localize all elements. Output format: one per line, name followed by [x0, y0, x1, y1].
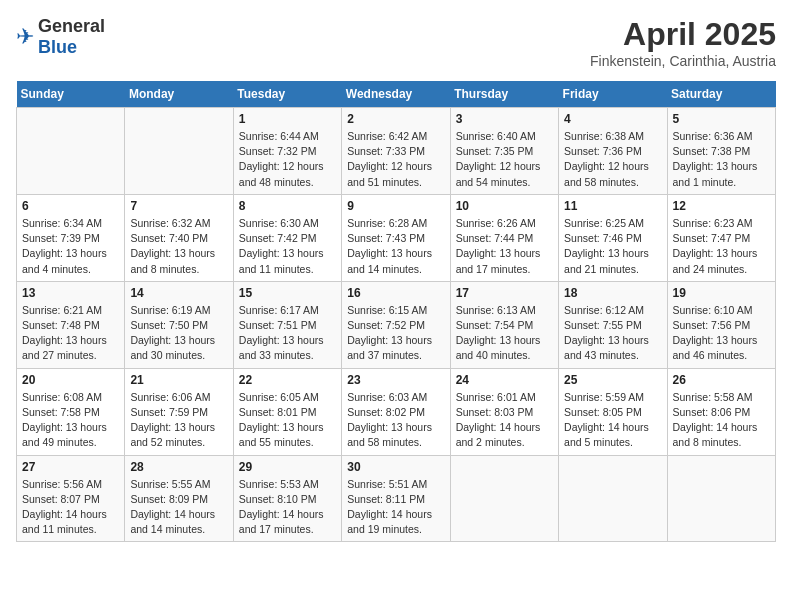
- day-info: Sunrise: 6:34 AMSunset: 7:39 PMDaylight:…: [22, 216, 119, 277]
- day-info: Sunrise: 6:17 AMSunset: 7:51 PMDaylight:…: [239, 303, 336, 364]
- day-number: 6: [22, 199, 119, 213]
- col-header-tuesday: Tuesday: [233, 81, 341, 108]
- title-area: April 2025 Finkenstein, Carinthia, Austr…: [590, 16, 776, 69]
- col-header-friday: Friday: [559, 81, 667, 108]
- day-info: Sunrise: 6:38 AMSunset: 7:36 PMDaylight:…: [564, 129, 661, 190]
- day-cell: 1Sunrise: 6:44 AMSunset: 7:32 PMDaylight…: [233, 108, 341, 195]
- header: ✈ General Blue April 2025 Finkenstein, C…: [16, 16, 776, 69]
- day-number: 15: [239, 286, 336, 300]
- day-cell: 5Sunrise: 6:36 AMSunset: 7:38 PMDaylight…: [667, 108, 775, 195]
- day-cell: 7Sunrise: 6:32 AMSunset: 7:40 PMDaylight…: [125, 194, 233, 281]
- week-row-3: 13Sunrise: 6:21 AMSunset: 7:48 PMDayligh…: [17, 281, 776, 368]
- day-info: Sunrise: 6:28 AMSunset: 7:43 PMDaylight:…: [347, 216, 444, 277]
- day-info: Sunrise: 6:21 AMSunset: 7:48 PMDaylight:…: [22, 303, 119, 364]
- day-number: 13: [22, 286, 119, 300]
- day-number: 24: [456, 373, 553, 387]
- day-cell: 10Sunrise: 6:26 AMSunset: 7:44 PMDayligh…: [450, 194, 558, 281]
- day-number: 27: [22, 460, 119, 474]
- day-number: 16: [347, 286, 444, 300]
- day-number: 21: [130, 373, 227, 387]
- day-info: Sunrise: 6:30 AMSunset: 7:42 PMDaylight:…: [239, 216, 336, 277]
- day-cell: 26Sunrise: 5:58 AMSunset: 8:06 PMDayligh…: [667, 368, 775, 455]
- day-info: Sunrise: 6:19 AMSunset: 7:50 PMDaylight:…: [130, 303, 227, 364]
- day-number: 8: [239, 199, 336, 213]
- day-cell: 19Sunrise: 6:10 AMSunset: 7:56 PMDayligh…: [667, 281, 775, 368]
- day-number: 23: [347, 373, 444, 387]
- day-cell: 17Sunrise: 6:13 AMSunset: 7:54 PMDayligh…: [450, 281, 558, 368]
- day-cell: 11Sunrise: 6:25 AMSunset: 7:46 PMDayligh…: [559, 194, 667, 281]
- col-header-monday: Monday: [125, 81, 233, 108]
- day-info: Sunrise: 6:25 AMSunset: 7:46 PMDaylight:…: [564, 216, 661, 277]
- logo-bird-icon: ✈: [16, 24, 34, 50]
- day-info: Sunrise: 6:05 AMSunset: 8:01 PMDaylight:…: [239, 390, 336, 451]
- day-info: Sunrise: 5:58 AMSunset: 8:06 PMDaylight:…: [673, 390, 770, 451]
- day-number: 5: [673, 112, 770, 126]
- day-number: 3: [456, 112, 553, 126]
- day-cell: 4Sunrise: 6:38 AMSunset: 7:36 PMDaylight…: [559, 108, 667, 195]
- logo-blue: Blue: [38, 37, 77, 57]
- col-header-sunday: Sunday: [17, 81, 125, 108]
- week-row-4: 20Sunrise: 6:08 AMSunset: 7:58 PMDayligh…: [17, 368, 776, 455]
- day-info: Sunrise: 6:36 AMSunset: 7:38 PMDaylight:…: [673, 129, 770, 190]
- day-info: Sunrise: 6:32 AMSunset: 7:40 PMDaylight:…: [130, 216, 227, 277]
- day-number: 22: [239, 373, 336, 387]
- day-cell: 15Sunrise: 6:17 AMSunset: 7:51 PMDayligh…: [233, 281, 341, 368]
- day-info: Sunrise: 5:53 AMSunset: 8:10 PMDaylight:…: [239, 477, 336, 538]
- day-cell: [17, 108, 125, 195]
- day-number: 30: [347, 460, 444, 474]
- day-cell: 20Sunrise: 6:08 AMSunset: 7:58 PMDayligh…: [17, 368, 125, 455]
- day-info: Sunrise: 5:55 AMSunset: 8:09 PMDaylight:…: [130, 477, 227, 538]
- day-info: Sunrise: 6:42 AMSunset: 7:33 PMDaylight:…: [347, 129, 444, 190]
- day-number: 18: [564, 286, 661, 300]
- calendar-table: SundayMondayTuesdayWednesdayThursdayFrid…: [16, 81, 776, 542]
- day-number: 17: [456, 286, 553, 300]
- week-row-2: 6Sunrise: 6:34 AMSunset: 7:39 PMDaylight…: [17, 194, 776, 281]
- day-info: Sunrise: 6:15 AMSunset: 7:52 PMDaylight:…: [347, 303, 444, 364]
- day-info: Sunrise: 6:08 AMSunset: 7:58 PMDaylight:…: [22, 390, 119, 451]
- logo: ✈ General Blue: [16, 16, 105, 58]
- week-row-1: 1Sunrise: 6:44 AMSunset: 7:32 PMDaylight…: [17, 108, 776, 195]
- day-cell: 21Sunrise: 6:06 AMSunset: 7:59 PMDayligh…: [125, 368, 233, 455]
- day-info: Sunrise: 6:44 AMSunset: 7:32 PMDaylight:…: [239, 129, 336, 190]
- day-info: Sunrise: 5:51 AMSunset: 8:11 PMDaylight:…: [347, 477, 444, 538]
- day-cell: 14Sunrise: 6:19 AMSunset: 7:50 PMDayligh…: [125, 281, 233, 368]
- day-cell: 8Sunrise: 6:30 AMSunset: 7:42 PMDaylight…: [233, 194, 341, 281]
- day-number: 29: [239, 460, 336, 474]
- day-info: Sunrise: 6:10 AMSunset: 7:56 PMDaylight:…: [673, 303, 770, 364]
- day-info: Sunrise: 6:12 AMSunset: 7:55 PMDaylight:…: [564, 303, 661, 364]
- day-cell: [450, 455, 558, 542]
- day-info: Sunrise: 6:06 AMSunset: 7:59 PMDaylight:…: [130, 390, 227, 451]
- col-header-saturday: Saturday: [667, 81, 775, 108]
- day-cell: 12Sunrise: 6:23 AMSunset: 7:47 PMDayligh…: [667, 194, 775, 281]
- day-number: 19: [673, 286, 770, 300]
- col-header-wednesday: Wednesday: [342, 81, 450, 108]
- day-cell: 3Sunrise: 6:40 AMSunset: 7:35 PMDaylight…: [450, 108, 558, 195]
- day-number: 4: [564, 112, 661, 126]
- col-header-thursday: Thursday: [450, 81, 558, 108]
- day-info: Sunrise: 6:23 AMSunset: 7:47 PMDaylight:…: [673, 216, 770, 277]
- day-number: 12: [673, 199, 770, 213]
- day-number: 14: [130, 286, 227, 300]
- logo-general: General: [38, 16, 105, 36]
- day-number: 26: [673, 373, 770, 387]
- day-info: Sunrise: 6:03 AMSunset: 8:02 PMDaylight:…: [347, 390, 444, 451]
- day-number: 9: [347, 199, 444, 213]
- week-row-5: 27Sunrise: 5:56 AMSunset: 8:07 PMDayligh…: [17, 455, 776, 542]
- day-info: Sunrise: 6:26 AMSunset: 7:44 PMDaylight:…: [456, 216, 553, 277]
- header-row: SundayMondayTuesdayWednesdayThursdayFrid…: [17, 81, 776, 108]
- day-cell: 29Sunrise: 5:53 AMSunset: 8:10 PMDayligh…: [233, 455, 341, 542]
- day-info: Sunrise: 6:13 AMSunset: 7:54 PMDaylight:…: [456, 303, 553, 364]
- day-cell: 27Sunrise: 5:56 AMSunset: 8:07 PMDayligh…: [17, 455, 125, 542]
- day-number: 28: [130, 460, 227, 474]
- day-number: 1: [239, 112, 336, 126]
- day-cell: 6Sunrise: 6:34 AMSunset: 7:39 PMDaylight…: [17, 194, 125, 281]
- day-info: Sunrise: 6:40 AMSunset: 7:35 PMDaylight:…: [456, 129, 553, 190]
- day-cell: 9Sunrise: 6:28 AMSunset: 7:43 PMDaylight…: [342, 194, 450, 281]
- main-title: April 2025: [590, 16, 776, 53]
- day-cell: [125, 108, 233, 195]
- day-cell: [559, 455, 667, 542]
- day-cell: 22Sunrise: 6:05 AMSunset: 8:01 PMDayligh…: [233, 368, 341, 455]
- day-cell: 16Sunrise: 6:15 AMSunset: 7:52 PMDayligh…: [342, 281, 450, 368]
- day-cell: 25Sunrise: 5:59 AMSunset: 8:05 PMDayligh…: [559, 368, 667, 455]
- day-cell: 2Sunrise: 6:42 AMSunset: 7:33 PMDaylight…: [342, 108, 450, 195]
